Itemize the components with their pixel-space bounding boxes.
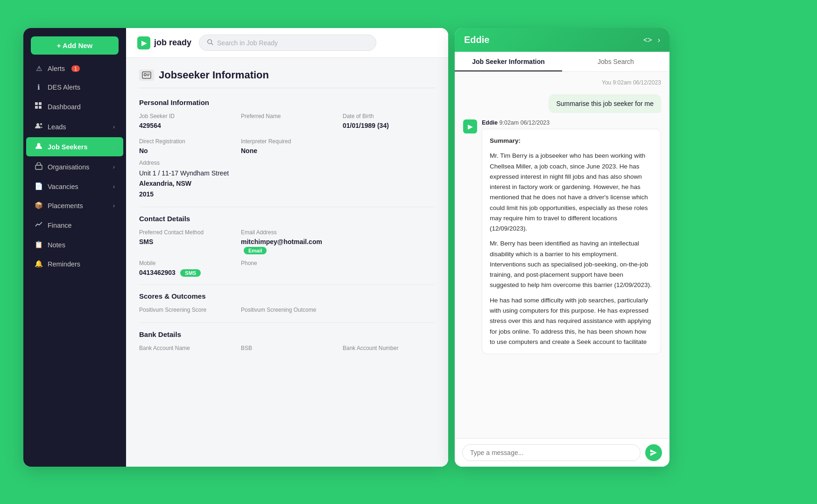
personal-info-heading: Personal Information	[139, 98, 435, 106]
search-icon	[207, 39, 213, 47]
svg-point-8	[208, 40, 212, 44]
bank-account-name-field: Bank Account Name	[139, 345, 232, 353]
logo-icon: ▶	[137, 36, 150, 49]
address-line1: Unit 1 / 11-17 Wyndham Street	[139, 169, 229, 177]
email-value: mitchimpey@hotmail.com	[241, 238, 322, 245]
app-name: job ready	[154, 38, 191, 48]
organisations-chevron: ›	[113, 164, 115, 170]
dashboard-icon	[35, 102, 43, 111]
vacancies-chevron: ›	[113, 183, 115, 190]
sidebar-item-vacancies[interactable]: 📄 Vacancies ›	[26, 177, 123, 196]
tab-jobs-search[interactable]: Jobs Search	[562, 52, 669, 71]
vacancies-icon: 📄	[35, 182, 43, 190]
eddie-paragraph-1: Mr. Tim Berry is a jobseeker who has bee…	[490, 151, 653, 234]
sidebar-item-label: Reminders	[48, 260, 80, 268]
content-area: Jobseeker Information Personal Informati…	[126, 58, 448, 467]
eddie-message-area: Eddie 9:02am 06/12/2023 Summary: Mr. Tim…	[482, 119, 661, 354]
address-value: Unit 1 / 11-17 Wyndham Street Alexandria…	[139, 168, 435, 199]
positivum-score-field: Positivum Screening Score	[139, 307, 232, 315]
sidebar-item-reminders[interactable]: 🔔 Reminders	[26, 255, 123, 273]
add-new-button[interactable]: + Add New	[31, 36, 119, 55]
interpreter-label: Interpreter Required	[241, 138, 333, 145]
positivum-outcome-label: Positivum Screening Outcome	[241, 307, 333, 313]
phone-field: Phone	[241, 260, 333, 277]
sidebar-item-job-seekers[interactable]: Job Seekers ›	[26, 137, 123, 156]
page-title-row: Jobseeker Information	[139, 69, 435, 88]
dob-field: Date of Birth 01/01/1989 (34)	[343, 113, 435, 130]
section-divider-3	[139, 322, 435, 323]
sidebar-item-des-alerts[interactable]: ℹ DES Alerts	[26, 78, 123, 96]
job-seekers-icon	[35, 142, 43, 151]
job-seeker-id-field: Job Seeker ID 429564	[139, 113, 232, 130]
chat-send-button[interactable]	[645, 444, 662, 461]
eddie-paragraph-3: He has had some difficulty with job sear…	[490, 295, 653, 347]
sms-badge: SMS	[180, 269, 201, 277]
sidebar-item-label: DES Alerts	[48, 84, 80, 91]
sidebar-item-leads[interactable]: Leads ›	[26, 117, 123, 136]
sidebar-item-organisations[interactable]: Organisations ›	[26, 157, 123, 176]
placements-chevron: ›	[113, 203, 115, 209]
svg-rect-7	[35, 165, 42, 169]
page-title: Jobseeker Information	[159, 69, 269, 81]
eddie-message-row: ▶ Eddie 9:02am 06/12/2023 Summary: Mr. T…	[463, 119, 661, 354]
page-title-icon	[139, 70, 154, 81]
sidebar-item-notes[interactable]: 📋 Notes	[26, 236, 123, 254]
personal-info-grid: Job Seeker ID 429564 Preferred Name Date…	[139, 113, 435, 155]
interpreter-value: None	[241, 147, 257, 154]
direct-reg-value: No	[139, 147, 148, 154]
preferred-contact-label: Preferred Contact Method	[139, 229, 232, 236]
tab-job-seeker-info[interactable]: Job Seeker Information	[455, 52, 562, 71]
address-label: Address	[139, 160, 435, 166]
sidebar-item-label: Alerts	[48, 65, 65, 72]
reminders-icon: 🔔	[35, 260, 43, 268]
svg-rect-3	[39, 106, 42, 109]
address-block: Address Unit 1 / 11-17 Wyndham Street Al…	[139, 160, 435, 199]
notes-icon: 📋	[35, 241, 43, 249]
bank-account-name-label: Bank Account Name	[139, 345, 232, 351]
code-icon[interactable]: <>	[643, 36, 652, 44]
svg-rect-2	[35, 106, 38, 109]
sidebar-item-placements[interactable]: 📦 Placements ›	[26, 196, 123, 215]
scores-heading: Scores & Outcomes	[139, 292, 435, 300]
eddie-bubble: Summary: Mr. Tim Berry is a jobseeker wh…	[482, 129, 661, 354]
job-seekers-chevron: ›	[113, 144, 115, 150]
section-divider	[139, 207, 435, 207]
mobile-label: Mobile	[139, 260, 232, 266]
leads-chevron: ›	[113, 124, 115, 130]
eddie-paragraph-2: Mr. Berry has been identified as having …	[490, 238, 653, 290]
job-seeker-id-label: Job Seeker ID	[139, 113, 232, 119]
email-label: Email Address	[241, 229, 333, 236]
preferred-name-label: Preferred Name	[241, 113, 333, 119]
user-message-bubble: Summarise this job seeker for me	[549, 94, 661, 113]
sidebar-item-finance[interactable]: Finance	[26, 216, 123, 235]
eddie-tabs: Job Seeker Information Jobs Search	[455, 52, 669, 72]
main-content: ▶ job ready Search in Job Ready	[126, 28, 448, 467]
bank-account-number-label: Bank Account Number	[343, 345, 435, 351]
expand-icon[interactable]: ›	[658, 36, 660, 44]
leads-icon	[35, 122, 43, 131]
sidebar: + Add New ⚠ Alerts 1 ℹ DES Alerts	[23, 28, 126, 467]
logo: ▶ job ready	[137, 36, 191, 49]
search-bar[interactable]: Search in Job Ready	[199, 35, 376, 51]
svg-point-11	[144, 74, 147, 76]
bank-details-heading: Bank Details	[139, 330, 435, 338]
main-app: + Add New ⚠ Alerts 1 ℹ DES Alerts	[23, 28, 448, 467]
interpreter-field: Interpreter Required None	[241, 138, 333, 155]
sidebar-item-label: Placements	[48, 202, 83, 210]
contact-info-grid-2: Mobile 0413462903 SMS Phone	[139, 260, 435, 277]
sidebar-item-label: Leads	[48, 123, 66, 131]
sidebar-item-label: Notes	[48, 241, 65, 249]
placements-icon: 📦	[35, 202, 43, 210]
preferred-contact-value: SMS	[139, 238, 153, 245]
mobile-field: Mobile 0413462903 SMS	[139, 260, 232, 277]
eddie-panel: Eddie <> › Job Seeker Information Jobs S…	[455, 28, 669, 467]
dob-value: 01/01/1989 (34)	[343, 122, 389, 129]
finance-icon	[35, 221, 43, 230]
search-placeholder: Search in Job Ready	[217, 39, 278, 47]
user-timestamp: You 9:02am 06/12/2023	[463, 79, 661, 86]
sidebar-item-dashboard[interactable]: Dashboard	[26, 97, 123, 116]
sidebar-item-label: Job Seekers	[48, 143, 87, 151]
chat-input[interactable]	[462, 444, 641, 461]
topbar: ▶ job ready Search in Job Ready	[126, 28, 448, 58]
sidebar-item-alerts[interactable]: ⚠ Alerts 1	[26, 60, 123, 77]
